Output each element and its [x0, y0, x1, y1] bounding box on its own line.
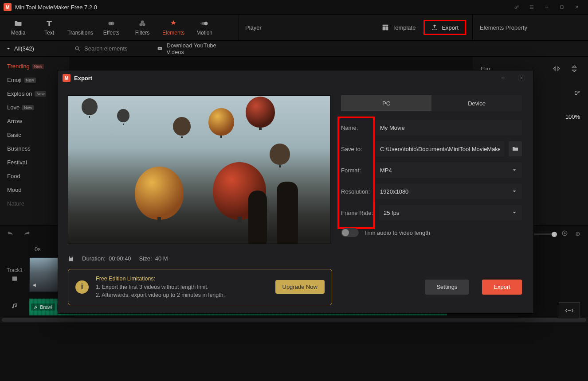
export-confirm-button[interactable]: Export	[482, 280, 522, 295]
name-label: Name:	[341, 124, 371, 131]
export-target-tabs: PC Device	[341, 95, 522, 111]
svg-rect-21	[12, 278, 12, 279]
save-icon	[68, 256, 74, 262]
trim-audio-toggle[interactable]	[341, 228, 359, 237]
export-icon	[431, 24, 438, 31]
tool-media[interactable]: Media	[3, 19, 34, 36]
duration-value: 00:00:40	[109, 255, 131, 262]
export-minimize-button[interactable]	[495, 71, 510, 85]
key-icon[interactable]	[509, 0, 524, 14]
chevron-down-icon	[511, 167, 517, 173]
flip-vertical-button[interactable]	[568, 63, 580, 74]
duration-label: Duration:	[82, 255, 106, 262]
motion-icon	[200, 19, 209, 28]
tool-effects[interactable]: Effects	[96, 19, 127, 36]
menu-icon[interactable]	[524, 0, 539, 14]
maximize-button[interactable]	[554, 0, 569, 14]
film-icon	[11, 275, 18, 282]
timeline-zero: 0s	[35, 246, 41, 253]
svg-rect-1	[561, 6, 563, 8]
audio-clip-name: Brawl	[31, 303, 55, 311]
opacity-value: 100%	[565, 113, 580, 120]
tool-filters[interactable]: Filters	[127, 19, 158, 36]
link-toggle-button[interactable]	[559, 302, 580, 319]
timeline-scrollbar[interactable]	[0, 317, 588, 323]
tool-elements[interactable]: Elements	[158, 19, 189, 36]
saveto-label: Save to:	[341, 146, 371, 152]
svg-point-0	[515, 7, 517, 9]
search-icon	[74, 46, 81, 52]
player-label: Player	[245, 24, 262, 31]
search-input[interactable]: Search elements	[69, 41, 152, 56]
chevron-down-icon	[511, 188, 517, 194]
track1-head[interactable]: Track1	[0, 255, 29, 295]
size-label: Size:	[139, 255, 152, 262]
saveto-input[interactable]	[376, 141, 504, 156]
tool-text[interactable]: Text	[34, 19, 65, 36]
zoom-in-button[interactable]	[561, 230, 569, 239]
app-title: MiniTool MovieMaker Free 7.2.0	[15, 4, 97, 11]
limitations-box: i Free Edition Limitations: 1. Export th…	[68, 269, 332, 305]
svg-rect-20	[12, 277, 12, 277]
filter-row: All(342) Search elements Download YouTub…	[0, 41, 588, 57]
zoom-fit-button[interactable]	[574, 230, 582, 239]
redo-button[interactable]	[23, 230, 31, 239]
framerate-select[interactable]: 25 fps	[379, 205, 522, 220]
transitions-icon	[76, 19, 85, 28]
category-all[interactable]: All(342)	[0, 41, 69, 56]
filters-icon	[138, 19, 147, 28]
size-value: 40 M	[155, 255, 168, 262]
folder-icon	[512, 145, 519, 152]
template-icon	[382, 24, 389, 31]
resolution-label: Resolution:	[341, 188, 371, 195]
format-select[interactable]: MP4	[376, 163, 522, 178]
browse-folder-button[interactable]	[509, 141, 522, 156]
name-input[interactable]	[376, 120, 522, 135]
minimize-button[interactable]	[539, 0, 554, 14]
music-icon	[11, 302, 18, 309]
settings-button[interactable]: Settings	[425, 280, 469, 295]
property-panel-title: Elements Property	[480, 24, 527, 31]
svg-point-10	[75, 47, 78, 50]
format-label: Format:	[341, 167, 371, 174]
main-toolbar: Media Text Transitions Effects Filters E…	[0, 14, 588, 41]
chevron-down-icon	[5, 46, 12, 52]
chevron-down-icon	[511, 210, 517, 216]
audio-track-head[interactable]	[0, 295, 29, 317]
upgrade-button[interactable]: Upgrade Now	[275, 280, 325, 294]
close-button[interactable]	[569, 0, 584, 14]
svg-point-4	[141, 20, 144, 23]
tool-motion[interactable]: Motion	[189, 19, 220, 36]
resolution-select[interactable]: 1920x1080	[376, 184, 522, 199]
export-dialog: M Export PC Device	[58, 70, 534, 314]
text-icon	[45, 19, 54, 28]
tab-device[interactable]: Device	[431, 95, 522, 111]
export-dialog-title: Export	[74, 75, 92, 82]
app-logo-icon: M	[4, 3, 12, 11]
svg-point-6	[142, 23, 145, 26]
svg-point-9	[200, 23, 203, 25]
framerate-label: Frame Rate:	[341, 210, 375, 216]
export-close-button[interactable]	[514, 71, 529, 85]
download-icon	[157, 46, 163, 52]
svg-point-3	[110, 22, 114, 25]
template-button[interactable]: Template	[382, 24, 416, 31]
tool-transitions[interactable]: Transitions	[65, 19, 96, 36]
tab-pc[interactable]: PC	[341, 95, 431, 111]
limitations-line1: 1. Export the first 3 videos without len…	[96, 283, 268, 292]
export-preview	[68, 95, 330, 244]
svg-rect-19	[12, 276, 17, 280]
speaker-icon	[32, 282, 39, 290]
trim-audio-label: Trim audio to video length	[364, 229, 430, 236]
export-button[interactable]: Export	[423, 20, 466, 35]
elements-icon	[169, 19, 178, 28]
rotate-value: 0°	[575, 89, 580, 96]
download-youtube-button[interactable]: Download YouTube Videos	[152, 41, 239, 56]
undo-button[interactable]	[6, 230, 14, 239]
svg-rect-22	[12, 279, 12, 280]
effects-icon	[107, 19, 116, 28]
flip-horizontal-button[interactable]	[551, 63, 562, 74]
info-icon: i	[75, 280, 89, 294]
titlebar: M MiniTool MovieMaker Free 7.2.0	[0, 0, 588, 14]
svg-point-16	[577, 233, 579, 234]
